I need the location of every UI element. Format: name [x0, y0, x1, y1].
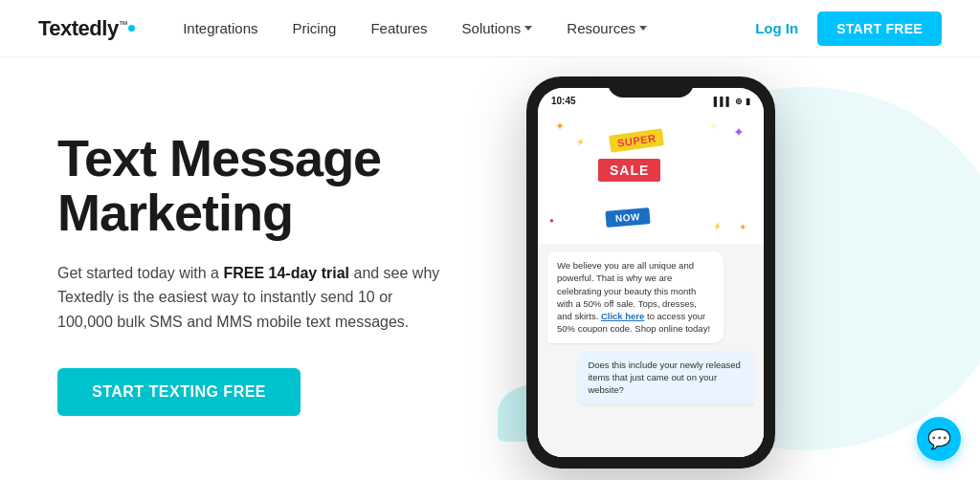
- deco-star-1: ✦: [555, 120, 565, 133]
- now-badge: NOW: [605, 207, 650, 228]
- message-bubble-out-1: Does this include your newly released it…: [578, 351, 754, 404]
- nav-features[interactable]: Features: [370, 20, 427, 36]
- sale-image-area: ✦ ✦ ✦ ● ⚡ ○ ⚡ SUPER SALE NOW: [538, 110, 764, 244]
- phone-notch: [608, 76, 694, 98]
- phone-screen: 10:45 ▌▌▌ ⊚ ▮ ✦ ✦ ✦: [538, 88, 764, 457]
- battery-icon: ▮: [746, 97, 750, 106]
- deco-star-3: ✦: [739, 222, 746, 232]
- login-button[interactable]: Log In: [755, 20, 798, 36]
- nav-resources[interactable]: Resources: [567, 20, 647, 36]
- phone-mockup: 10:45 ▌▌▌ ⊚ ▮ ✦ ✦ ✦: [526, 76, 775, 469]
- signal-icon: ▌▌▌: [714, 97, 732, 106]
- deco-dot-1: ●: [549, 216, 554, 225]
- nav-links: Integrations Pricing Features Solutions …: [183, 20, 755, 36]
- chat-widget-button[interactable]: 💬: [917, 417, 961, 461]
- phone-time: 10:45: [551, 96, 576, 106]
- logo-dot: [128, 25, 135, 32]
- hero-title: Text Message Marketing: [57, 131, 459, 239]
- nav-integrations[interactable]: Integrations: [183, 20, 257, 36]
- chevron-down-icon: [639, 26, 647, 31]
- wifi-icon: ⊚: [735, 97, 743, 106]
- start-free-button[interactable]: START FREE: [817, 11, 942, 46]
- phone-body: ✦ ✦ ✦ ● ⚡ ○ ⚡ SUPER SALE NOW: [538, 110, 764, 457]
- logo[interactable]: Textedly™: [38, 16, 135, 41]
- chat-area: We believe you are all unique and powerf…: [538, 244, 764, 457]
- deco-circle: ○: [711, 121, 716, 130]
- sale-graphic: SUPER SALE NOW: [598, 132, 703, 228]
- nav-solutions[interactable]: Solutions: [462, 20, 533, 36]
- deco-star-2: ✦: [733, 124, 745, 140]
- chevron-down-icon: [524, 26, 532, 31]
- status-icons: ▌▌▌ ⊚ ▮: [714, 97, 750, 106]
- hero-cta-button[interactable]: START TEXTING FREE: [57, 368, 301, 416]
- logo-text: Textedly™: [38, 16, 127, 41]
- hero-left: Text Message Marketing Get started today…: [0, 57, 498, 480]
- chat-widget-icon: 💬: [927, 429, 951, 448]
- click-here-link[interactable]: Click here: [601, 311, 644, 321]
- super-badge: SUPER: [609, 128, 664, 153]
- hero-section: Text Message Marketing Get started today…: [0, 57, 980, 480]
- nav-pricing[interactable]: Pricing: [293, 20, 337, 36]
- phone-device: 10:45 ▌▌▌ ⊚ ▮ ✦ ✦ ✦: [526, 76, 775, 469]
- hero-right: 10:45 ▌▌▌ ⊚ ▮ ✦ ✦ ✦: [498, 57, 980, 480]
- navbar: Textedly™ Integrations Pricing Features …: [0, 0, 980, 57]
- deco-bolt: ⚡: [576, 139, 585, 146]
- deco-bolt-2: ⚡: [713, 223, 722, 230]
- hero-subtitle: Get started today with a FREE 14-day tri…: [57, 261, 440, 335]
- sale-badge: SALE: [598, 159, 660, 182]
- nav-actions: Log In START FREE: [755, 11, 942, 46]
- message-bubble-in-1: We believe you are all unique and powerf…: [547, 251, 724, 343]
